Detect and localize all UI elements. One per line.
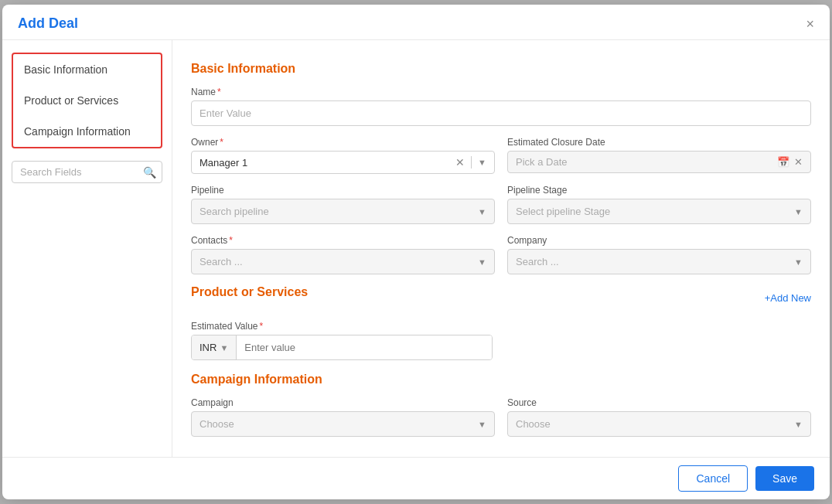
date-col: Estimated Closure Date Pick a Date 📅 ✕: [507, 137, 811, 174]
sidebar-item-basic-information[interactable]: Basic Information: [13, 54, 161, 85]
source-col: Source Choose ▼: [507, 397, 811, 437]
source-placeholder: Choose: [516, 418, 551, 430]
campaign-title: Campaign Information: [191, 373, 811, 387]
pipeline-col: Pipeline Search pipeline ▼: [191, 185, 495, 224]
pipeline-label: Pipeline: [191, 185, 495, 196]
main-content: Basic Information Name*: [172, 40, 830, 457]
estimated-value-row: INR ▼: [191, 335, 493, 360]
currency-select[interactable]: INR ▼: [192, 335, 237, 359]
estimated-value-input[interactable]: [237, 335, 492, 359]
name-col: Name*: [191, 87, 811, 126]
sidebar: Basic Information Product or Services Ca…: [2, 40, 172, 457]
contacts-col: Contacts* Search ... ▼: [191, 235, 495, 274]
contacts-placeholder: Search ...: [199, 256, 243, 267]
modal-overlay: Add Deal × Basic Information Product or …: [0, 0, 832, 504]
company-placeholder: Search ...: [516, 256, 559, 267]
owner-actions: ✕ ▼: [455, 156, 486, 169]
source-label: Source: [507, 397, 811, 408]
owner-clear-icon[interactable]: ✕: [455, 156, 465, 169]
campaign-placeholder: Choose: [199, 418, 234, 430]
campaign-label: Campaign: [191, 397, 495, 408]
name-input[interactable]: [191, 100, 811, 126]
currency-value: INR: [199, 342, 217, 353]
products-section: Product or Services +Add New Estimated V…: [191, 285, 811, 360]
pipeline-placeholder: Search pipeline: [199, 206, 269, 217]
owner-chevron-icon[interactable]: ▼: [478, 158, 486, 167]
sidebar-nav: Basic Information Product or Services Ca…: [12, 53, 162, 148]
date-icons: 📅 ✕: [777, 156, 803, 168]
products-header: Product or Services +Add New: [191, 285, 811, 310]
basic-info-title: Basic Information: [191, 62, 811, 76]
campaign-section: Campaign Information Campaign Choose ▼ S…: [191, 373, 811, 437]
campaign-select[interactable]: Choose ▼: [191, 411, 495, 437]
date-field[interactable]: Pick a Date 📅 ✕: [507, 151, 811, 173]
pipeline-stage-chevron-icon: ▼: [794, 207, 803, 216]
source-chevron-icon: ▼: [794, 420, 803, 429]
sidebar-search: 🔍: [12, 161, 162, 183]
add-deal-modal: Add Deal × Basic Information Product or …: [2, 5, 830, 499]
modal-body: Basic Information Product or Services Ca…: [2, 40, 830, 457]
basic-info-section: Basic Information Name*: [191, 62, 811, 274]
pipeline-stage-label: Pipeline Stage: [507, 185, 811, 196]
pipeline-chevron-icon: ▼: [478, 207, 486, 216]
owner-label: Owner*: [191, 137, 495, 148]
pipeline-select[interactable]: Search pipeline ▼: [191, 199, 495, 224]
search-fields-input[interactable]: [12, 161, 162, 183]
sidebar-item-product-or-services[interactable]: Product or Services: [13, 85, 161, 116]
modal-footer: Cancel Save: [2, 457, 830, 499]
contacts-label: Contacts*: [191, 235, 495, 246]
pipeline-stage-col: Pipeline Stage Select pipeline Stage ▼: [507, 185, 811, 224]
search-icon: 🔍: [143, 166, 156, 179]
contacts-select[interactable]: Search ... ▼: [191, 249, 495, 274]
calendar-icon[interactable]: 📅: [777, 156, 789, 168]
close-button[interactable]: ×: [806, 17, 814, 31]
owner-col: Owner* Manager 1 ✕ ▼: [191, 137, 495, 174]
company-col: Company Search ... ▼: [507, 235, 811, 274]
save-button[interactable]: Save: [755, 466, 814, 491]
campaign-col: Campaign Choose ▼: [191, 397, 495, 437]
estimated-value-label: Estimated Value*: [191, 321, 811, 332]
owner-field[interactable]: Manager 1 ✕ ▼: [191, 151, 495, 174]
pipeline-stage-select[interactable]: Select pipeline Stage ▼: [507, 199, 811, 224]
name-row: Name*: [191, 87, 811, 126]
currency-chevron-icon: ▼: [220, 343, 228, 352]
pipeline-row: Pipeline Search pipeline ▼ Pipeline Stag…: [191, 185, 811, 224]
source-select[interactable]: Choose ▼: [507, 411, 811, 437]
date-clear-icon[interactable]: ✕: [794, 156, 803, 168]
contacts-company-row: Contacts* Search ... ▼ Company Search ..…: [191, 235, 811, 274]
cancel-button[interactable]: Cancel: [678, 465, 748, 492]
pipeline-stage-placeholder: Select pipeline Stage: [516, 206, 610, 217]
add-new-button[interactable]: +Add New: [765, 292, 811, 304]
name-label: Name*: [191, 87, 811, 97]
owner-value: Manager 1: [199, 157, 455, 169]
owner-divider: [471, 156, 472, 169]
company-select[interactable]: Search ... ▼: [507, 249, 811, 274]
date-placeholder: Pick a Date: [516, 156, 777, 168]
modal-title: Add Deal: [18, 15, 78, 32]
company-chevron-icon: ▼: [794, 257, 803, 267]
modal-header: Add Deal ×: [2, 5, 830, 40]
products-title: Product or Services: [191, 285, 308, 299]
estimated-closure-label: Estimated Closure Date: [507, 137, 811, 148]
company-label: Company: [507, 235, 811, 246]
campaign-source-row: Campaign Choose ▼ Source Choose ▼: [191, 397, 811, 437]
owner-date-row: Owner* Manager 1 ✕ ▼: [191, 137, 811, 174]
campaign-chevron-icon: ▼: [478, 420, 486, 429]
sidebar-item-campaign-information[interactable]: Campaign Information: [13, 116, 161, 147]
contacts-chevron-icon: ▼: [478, 257, 486, 267]
